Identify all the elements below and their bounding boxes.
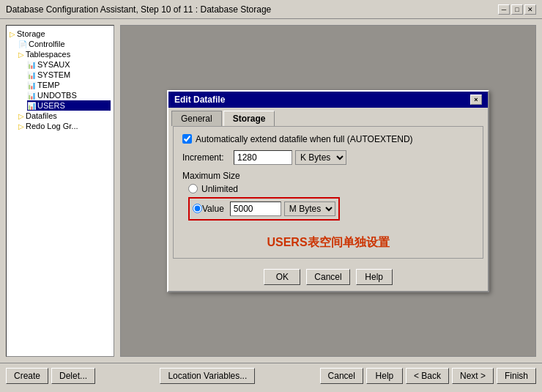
tree-item-storage[interactable]: ▷ Storage	[10, 29, 111, 39]
tree-item-redolog[interactable]: ▷ Redo Log Gr...	[18, 121, 111, 131]
tree-label-temp: TEMP	[37, 81, 60, 89]
window-controls: ─ □ ✕	[498, 4, 536, 15]
bottom-right-buttons: Cancel Help < Back Next > Finish	[320, 368, 536, 384]
delete-button[interactable]: Delet...	[51, 368, 95, 384]
bottom-left-buttons: Create Delet...	[6, 368, 95, 384]
tree-label-controlfile: Controlfile	[29, 40, 65, 48]
table-icon: 📊	[27, 71, 36, 79]
autoextend-label: Automatically extend datafile when full …	[196, 134, 413, 144]
modal-footer: OK Cancel Help	[168, 263, 488, 291]
tree-label-redolog: Redo Log Gr...	[26, 122, 78, 130]
right-panel: Edit Datafile × General Storage Automati…	[120, 25, 536, 357]
tree-item-undotbs[interactable]: 📊 UNDOTBS	[27, 90, 111, 100]
file-icon: 📄	[18, 40, 27, 48]
next-button[interactable]: Next >	[452, 368, 494, 384]
table-icon: 📊	[27, 81, 36, 89]
tree-label-system: SYSTEM	[37, 70, 70, 79]
tree-item-temp[interactable]: 📊 TEMP	[27, 80, 111, 90]
ok-button[interactable]: OK	[264, 269, 300, 285]
tree-item-datafiles[interactable]: ▷ Datafiles	[18, 111, 111, 121]
unlimited-label: Unlimited	[201, 184, 238, 194]
back-button[interactable]: < Back	[406, 368, 449, 384]
value-input[interactable]	[230, 201, 281, 216]
increment-label: Increment:	[182, 152, 234, 163]
annotation-text: USERS表空间单独设置	[182, 235, 474, 251]
main-help-button[interactable]: Help	[366, 368, 403, 384]
content-layout: ▷ Storage 📄 Controlfile ▷ Tablespaces 📊 …	[0, 19, 542, 363]
create-button[interactable]: Create	[6, 368, 48, 384]
edit-datafile-modal: Edit Datafile × General Storage Automati…	[167, 90, 489, 292]
tree-item-users[interactable]: 📊 USERS	[27, 100, 111, 111]
tree-label-sysaux: SYSAUX	[37, 60, 70, 69]
restore-button[interactable]: □	[511, 4, 523, 15]
close-button[interactable]: ✕	[524, 4, 536, 15]
value-section: Value K Bytes M Bytes G Bytes	[188, 197, 340, 221]
tree-item-sysaux[interactable]: 📊 SYSAUX	[27, 59, 111, 70]
autoextend-checkbox[interactable]	[182, 134, 192, 144]
tree-item-tablespaces[interactable]: ▷ Tablespaces	[18, 49, 111, 59]
folder-icon: ▷	[10, 30, 15, 38]
unlimited-radio[interactable]	[188, 184, 198, 193]
title-bar: Database Configuration Assistant, Step 1…	[0, 0, 542, 19]
minimize-button[interactable]: ─	[498, 4, 510, 15]
tab-storage[interactable]: Storage	[223, 111, 275, 126]
unlimited-row: Unlimited	[188, 184, 474, 194]
increment-input[interactable]	[234, 150, 292, 165]
tree-label-users: USERS	[37, 101, 65, 110]
value-unit-select[interactable]: K Bytes M Bytes G Bytes	[284, 201, 335, 216]
folder-icon: ▷	[18, 122, 24, 130]
bottom-bar: Create Delet... Location Variables... Ca…	[0, 363, 542, 388]
modal-close-button[interactable]: ×	[470, 95, 482, 105]
tree-label-tablespaces: Tablespaces	[26, 50, 70, 59]
tree-label-undotbs: UNDOTBS	[37, 91, 77, 100]
increment-unit-select[interactable]: K Bytes M Bytes G Bytes	[295, 150, 346, 165]
table-icon: 📊	[27, 92, 36, 100]
help-button[interactable]: Help	[356, 269, 393, 285]
tree-item-controlfile[interactable]: 📄 Controlfile	[18, 39, 111, 49]
folder-icon: ▷	[18, 51, 24, 59]
tree-label-datafiles: Datafiles	[26, 111, 57, 120]
modal-title: Edit Datafile	[174, 95, 225, 105]
main-cancel-button[interactable]: Cancel	[320, 368, 363, 384]
autoextend-row: Automatically extend datafile when full …	[182, 134, 474, 144]
folder-icon: ▷	[18, 112, 24, 120]
tree-label-storage: Storage	[17, 29, 45, 38]
modal-title-bar: Edit Datafile ×	[168, 92, 488, 108]
value-label: Value	[202, 204, 224, 214]
window-title: Database Configuration Assistant, Step 1…	[6, 4, 271, 15]
tab-general[interactable]: General	[171, 111, 222, 126]
increment-row: Increment: K Bytes M Bytes G Bytes	[182, 150, 474, 165]
modal-overlay: Edit Datafile × General Storage Automati…	[121, 26, 535, 356]
table-icon: 📊	[27, 102, 36, 110]
main-window: ▷ Storage 📄 Controlfile ▷ Tablespaces 📊 …	[0, 19, 542, 392]
value-radio[interactable]	[193, 204, 202, 213]
location-variables-button[interactable]: Location Variables...	[160, 368, 255, 384]
finish-button[interactable]: Finish	[497, 368, 536, 384]
tree-panel[interactable]: ▷ Storage 📄 Controlfile ▷ Tablespaces 📊 …	[6, 25, 114, 357]
tree-item-system[interactable]: 📊 SYSTEM	[27, 70, 111, 80]
max-size-label: Maximum Size	[182, 171, 474, 181]
tab-bar: General Storage	[168, 108, 488, 126]
cancel-button[interactable]: Cancel	[306, 269, 349, 285]
table-icon: 📊	[27, 61, 36, 69]
modal-content: Automatically extend datafile when full …	[173, 126, 483, 259]
